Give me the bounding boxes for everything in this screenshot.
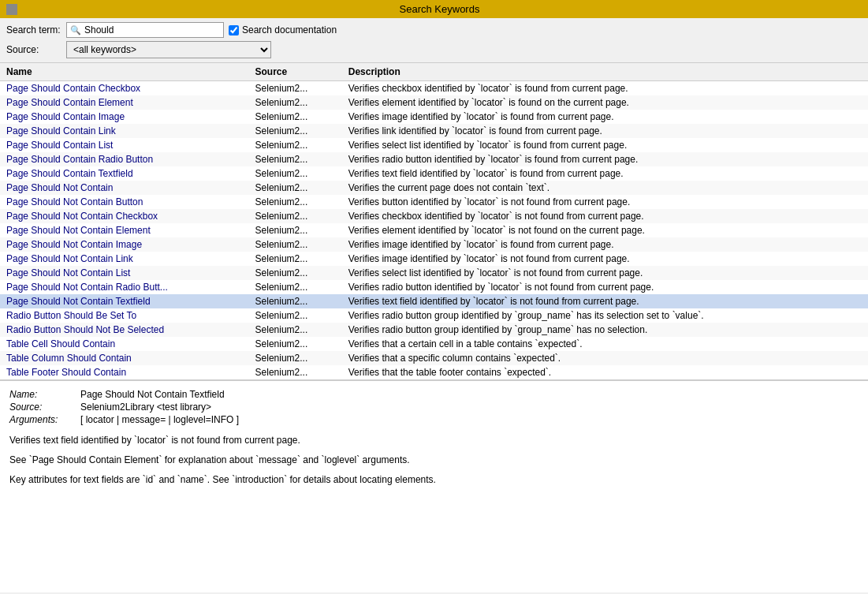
search-docs-label: Search documentation — [242, 24, 337, 35]
cell-source: Selenium2... — [249, 124, 342, 138]
col-header-source: Source — [249, 63, 342, 81]
title-bar-text: Search Keywords — [400, 3, 480, 15]
cell-name: Page Should Not Contain Textfield — [0, 294, 249, 308]
cell-desc: Verifies select list identified by `loca… — [342, 266, 868, 280]
table-row[interactable]: Page Should Not Contain CheckboxSelenium… — [0, 209, 868, 223]
search-docs-checkbox-label[interactable]: Search documentation — [229, 24, 337, 35]
detail-name-row: Name: Page Should Not Contain Textfield — [9, 389, 859, 400]
search-docs-checkbox[interactable] — [229, 25, 239, 35]
cell-desc: Verifies element identified by `locator`… — [342, 95, 868, 110]
table-row[interactable]: Page Should Contain CheckboxSelenium2...… — [0, 81, 868, 96]
search-input-wrapper[interactable]: 🔍 — [66, 22, 224, 38]
cell-desc: Verifies select list identified by `loca… — [342, 138, 868, 152]
cell-name: Page Should Contain Radio Button — [0, 152, 249, 166]
table-row[interactable]: Page Should Not Contain ButtonSelenium2.… — [0, 195, 868, 209]
cell-source: Selenium2... — [249, 266, 342, 280]
cell-desc: Verifies radio button identified by `loc… — [342, 280, 868, 294]
detail-source-value: Selenium2Library <test library> — [80, 402, 211, 413]
cell-source: Selenium2... — [249, 337, 342, 351]
table-row[interactable]: Page Should Not Contain LinkSelenium2...… — [0, 252, 868, 266]
table-row[interactable]: Page Should Not Contain ListSelenium2...… — [0, 266, 868, 280]
cell-name: Radio Button Should Be Set To — [0, 308, 249, 323]
cell-desc: Verifies checkbox identified by `locator… — [342, 81, 868, 96]
cell-desc: Verifies button identified by `locator` … — [342, 195, 868, 209]
cell-desc: Verifies checkbox identified by `locator… — [342, 209, 868, 223]
cell-name: Radio Button Should Not Be Selected — [0, 323, 249, 337]
table-row[interactable]: Page Should Contain ListSelenium2...Veri… — [0, 138, 868, 152]
cell-desc: Verifies image identified by `locator` i… — [342, 110, 868, 124]
detail-args-label: Arguments: — [9, 414, 80, 425]
table-row[interactable]: Radio Button Should Not Be SelectedSelen… — [0, 323, 868, 337]
cell-name: Page Should Not Contain Link — [0, 252, 249, 266]
cell-source: Selenium2... — [249, 252, 342, 266]
source-select[interactable]: <all keywords> — [66, 41, 271, 58]
keywords-table: Name Source Description Page Should Cont… — [0, 63, 868, 379]
detail-desc-paragraph: See `Page Should Contain Element` for ex… — [9, 453, 859, 468]
table-row[interactable]: Table Column Should ContainSelenium2...V… — [0, 351, 868, 365]
table-row[interactable]: Page Should Contain ImageSelenium2...Ver… — [0, 110, 868, 124]
cell-source: Selenium2... — [249, 95, 342, 110]
cell-name: Page Should Not Contain Image — [0, 237, 249, 252]
cell-source: Selenium2... — [249, 195, 342, 209]
table-row[interactable]: Page Should Not Contain Radio Butt...Sel… — [0, 280, 868, 294]
results-table: Name Source Description Page Should Cont… — [0, 63, 868, 379]
detail-source-row: Source: Selenium2Library <test library> — [9, 402, 859, 413]
cell-desc: Verifies radio button group identified b… — [342, 323, 868, 337]
table-row[interactable]: Table Cell Should ContainSelenium2...Ver… — [0, 337, 868, 351]
cell-source: Selenium2... — [249, 181, 342, 195]
cell-desc: Verifies that a specific column contains… — [342, 351, 868, 365]
table-header-row: Name Source Description — [0, 63, 868, 81]
cell-source: Selenium2... — [249, 308, 342, 323]
cell-desc: Verifies that a certain cell in a table … — [342, 337, 868, 351]
cell-source: Selenium2... — [249, 237, 342, 252]
cell-name: Page Should Contain Element — [0, 95, 249, 110]
table-row[interactable]: Page Should Contain TextfieldSelenium2..… — [0, 166, 868, 181]
table-row[interactable]: Page Should Contain Radio ButtonSelenium… — [0, 152, 868, 166]
cell-source: Selenium2... — [249, 81, 342, 96]
cell-desc: Verifies radio button identified by `loc… — [342, 152, 868, 166]
cell-name: Page Should Not Contain List — [0, 266, 249, 280]
table-row[interactable]: Radio Button Should Be Set ToSelenium2..… — [0, 308, 868, 323]
detail-desc-paragraph: Key attributes for text fields are `id` … — [9, 473, 859, 488]
cell-source: Selenium2... — [249, 280, 342, 294]
table-row[interactable]: Page Should Not Contain ImageSelenium2..… — [0, 237, 868, 252]
table-row[interactable]: Page Should Not Contain TextfieldSeleniu… — [0, 294, 868, 308]
table-row[interactable]: Page Should Not ContainSelenium2...Verif… — [0, 181, 868, 195]
col-header-name: Name — [0, 63, 249, 81]
cell-name: Table Footer Should Contain — [0, 365, 249, 379]
cell-name: Table Column Should Contain — [0, 351, 249, 365]
col-header-desc: Description — [342, 63, 868, 81]
main-content: Name Source Description Page Should Cont… — [0, 63, 868, 592]
detail-name-value: Page Should Not Contain Textfield — [80, 389, 225, 400]
cell-desc: Verifies that the table footer contains … — [342, 365, 868, 379]
cell-source: Selenium2... — [249, 166, 342, 181]
cell-name: Page Should Not Contain Element — [0, 223, 249, 237]
detail-panel: Name: Page Should Not Contain Textfield … — [0, 379, 868, 592]
cell-desc: Verifies radio button group identified b… — [342, 308, 868, 323]
cell-desc: Verifies text field identified by `locat… — [342, 166, 868, 181]
table-row[interactable]: Table Footer Should ContainSelenium2...V… — [0, 365, 868, 379]
search-input[interactable] — [84, 24, 210, 35]
cell-desc: Verifies text field identified by `locat… — [342, 294, 868, 308]
table-row[interactable]: Page Should Contain LinkSelenium2...Veri… — [0, 124, 868, 138]
search-term-label: Search term: — [6, 24, 61, 35]
cell-name: Page Should Contain Textfield — [0, 166, 249, 181]
cell-name: Page Should Contain Link — [0, 124, 249, 138]
search-icon: 🔍 — [70, 25, 81, 35]
cell-name: Page Should Contain Checkbox — [0, 81, 249, 96]
table-row[interactable]: Page Should Not Contain ElementSelenium2… — [0, 223, 868, 237]
cell-name: Table Cell Should Contain — [0, 337, 249, 351]
cell-desc: Verifies the current page does not conta… — [342, 181, 868, 195]
cell-source: Selenium2... — [249, 152, 342, 166]
cell-source: Selenium2... — [249, 209, 342, 223]
cell-name: Page Should Not Contain Button — [0, 195, 249, 209]
cell-source: Selenium2... — [249, 365, 342, 379]
cell-source: Selenium2... — [249, 351, 342, 365]
detail-args-row: Arguments: [ locator | message= | loglev… — [9, 414, 859, 425]
cell-name: Page Should Contain Image — [0, 110, 249, 124]
detail-desc-paragraph: Verifies text field identified by `locat… — [9, 433, 859, 448]
source-label: Source: — [6, 44, 61, 55]
detail-name-label: Name: — [9, 389, 80, 400]
table-row[interactable]: Page Should Contain ElementSelenium2...V… — [0, 95, 868, 110]
cell-desc: Verifies element identified by `locator`… — [342, 223, 868, 237]
